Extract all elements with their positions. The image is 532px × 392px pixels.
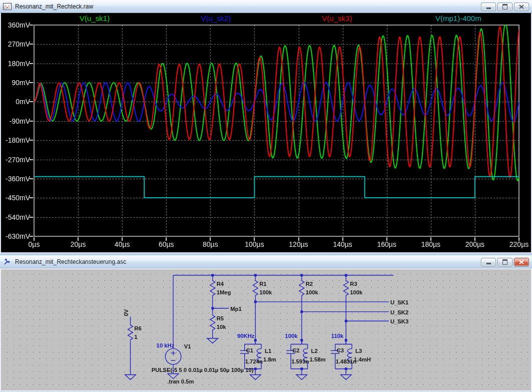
minimize-button[interactable] (481, 3, 496, 11)
resistor-value[interactable]: 100k (350, 289, 363, 295)
inductor-name[interactable]: L2 (311, 348, 318, 354)
junction-dot[interactable] (254, 274, 257, 276)
ground-symbol[interactable] (125, 375, 136, 380)
y-tick-label: 90mV (1, 79, 30, 87)
resistor-R6[interactable] (128, 323, 133, 341)
net-label-u_sk1[interactable]: U_SK1 (390, 299, 408, 305)
comment-text[interactable]: 90KHz (237, 333, 255, 339)
spice-directive[interactable]: PULSE(-5 5 0 0.01µ 0.01µ 50µ 100µ 10) (152, 367, 254, 373)
ltspice-app: { "windows": { "plot": { "title": "Reson… (0, 0, 532, 392)
resistor-name[interactable]: R1 (259, 281, 266, 287)
schematic-editor-area[interactable]: R41MegR1100kR2100kR3100kR510kR61C11.724n… (0, 268, 532, 391)
net-label-0v[interactable]: 0V (123, 309, 129, 316)
junction-dot[interactable] (211, 307, 214, 309)
inductor-value[interactable]: 1.8m (263, 356, 276, 362)
waveform-window: Resonanz_mit_Rechteck.raw V(u_sk1)V(u_sk… (0, 0, 532, 253)
resistor-R4[interactable] (210, 279, 215, 297)
ground-symbol[interactable] (296, 375, 307, 380)
restore-icon (502, 259, 507, 265)
resistor-name[interactable]: R3 (350, 281, 357, 287)
inductor-name[interactable]: L1 (265, 348, 271, 354)
comment-text[interactable]: 10 kHz (157, 342, 175, 348)
close-button[interactable] (514, 3, 529, 11)
resistor-R2[interactable] (299, 279, 304, 297)
y-tick-label: -540mV (1, 213, 30, 221)
y-tick-label: 270mV (1, 40, 30, 48)
x-tick-label: 100µs (238, 240, 270, 248)
resistor-R1[interactable] (253, 279, 258, 297)
cap-value[interactable]: 1.4831n (336, 358, 357, 364)
cap-name[interactable]: C2 (292, 347, 299, 353)
resistor-value[interactable]: 1 (134, 334, 137, 340)
resistor-value[interactable]: 100k (306, 289, 319, 295)
inductor-value[interactable]: 1.4mH (354, 356, 371, 362)
ground-symbol[interactable] (168, 374, 179, 379)
x-tick-label: 40µs (106, 240, 138, 248)
close-icon (519, 5, 524, 9)
cap-value[interactable]: 1.593n (291, 358, 309, 364)
y-tick-label: 0mV (1, 98, 30, 106)
junction-dot[interactable] (300, 310, 303, 313)
x-tick-label: 160µs (371, 240, 403, 248)
vsource-name[interactable]: V1 (184, 343, 191, 349)
comment-text[interactable]: 110k (331, 333, 344, 339)
junction-dot[interactable] (211, 274, 214, 276)
minimize-icon (486, 8, 491, 9)
resistor-name[interactable]: R2 (306, 281, 313, 287)
x-tick-label: 120µs (283, 240, 315, 248)
junction-dot[interactable] (345, 274, 347, 276)
minimize-button[interactable] (481, 258, 496, 266)
y-tick-label: 180mV (1, 60, 30, 68)
waveform-plot-area[interactable]: V(u_sk1)V(u_sk2)V(u_sk3)V(mp1)-400m 360m… (0, 13, 532, 253)
restore-button[interactable] (497, 3, 512, 11)
resistor-R3[interactable] (343, 279, 348, 297)
inductor-value[interactable]: 1.58m (310, 356, 326, 362)
ground-symbol[interactable] (250, 375, 261, 380)
ground-symbol[interactable] (341, 375, 352, 380)
y-tick-label: -180mV (1, 136, 30, 144)
junction-dot[interactable] (345, 320, 347, 322)
x-tick-label: 0µs (18, 240, 50, 248)
net-label-u_sk2[interactable]: U_SK2 (390, 309, 408, 315)
resistor-value[interactable]: 10k (217, 324, 227, 330)
close-button[interactable] (514, 258, 529, 266)
restore-button[interactable] (497, 258, 512, 266)
resistor-name[interactable]: R6 (134, 325, 141, 331)
net-label-u_sk3[interactable]: U_SK3 (390, 318, 408, 324)
resistor-name[interactable]: R5 (217, 315, 224, 321)
trace-legend: V(u_sk1)V(u_sk2)V(u_sk3)V(mp1)-400m (34, 14, 519, 24)
waveform-titlebar[interactable]: Resonanz_mit_Rechteck.raw (0, 0, 532, 13)
resistor-name[interactable]: R4 (217, 281, 224, 287)
waveform-file-icon (3, 3, 12, 11)
legend-v-u-sk3-[interactable]: V(u_sk3) (277, 14, 398, 24)
schematic-drawing[interactable]: R41MegR1100kR2100kR3100kR510kR61C11.724n… (1, 269, 531, 390)
legend-v-u-sk1-[interactable]: V(u_sk1) (34, 14, 155, 24)
schematic-title: Resonanz_mit_Rechteckansteuerung.asc (15, 258, 481, 265)
x-tick-label: 20µs (62, 240, 94, 248)
y-tick-label: -90mV (1, 117, 30, 125)
legend-v-u-sk2-[interactable]: V(u_sk2) (155, 14, 276, 24)
restore-icon (502, 4, 507, 10)
cap-name[interactable]: C1 (246, 347, 253, 353)
x-tick-label: 140µs (327, 240, 359, 248)
legend-v-mp1-400m[interactable]: V(mp1)-400m (398, 14, 519, 24)
junction-dot[interactable] (254, 300, 257, 303)
resistor-R5[interactable] (210, 314, 215, 331)
comment-text[interactable]: 100k (285, 333, 298, 339)
net-label-mp1[interactable]: Mp1 (230, 306, 242, 312)
x-tick-label: 200µs (459, 240, 491, 248)
resistor-value[interactable]: 100k (259, 289, 272, 295)
junction-dot[interactable] (300, 274, 303, 276)
y-tick-label: -270mV (1, 156, 30, 164)
y-tick-label: -630mV (1, 232, 30, 240)
ground-symbol[interactable] (207, 338, 218, 343)
cap-value[interactable]: 1.724n (245, 358, 263, 364)
inductor-name[interactable]: L3 (355, 348, 362, 354)
waveform-window-buttons (481, 3, 529, 11)
cap-name[interactable]: C3 (337, 347, 344, 353)
schematic-titlebar[interactable]: Resonanz_mit_Rechteckansteuerung.asc (0, 255, 532, 268)
spice-directive[interactable]: .tran 0.5m (167, 378, 194, 384)
schematic-window-buttons (481, 258, 529, 266)
resistor-value[interactable]: 1Meg (217, 289, 231, 295)
waveform-canvas[interactable] (1, 13, 531, 252)
